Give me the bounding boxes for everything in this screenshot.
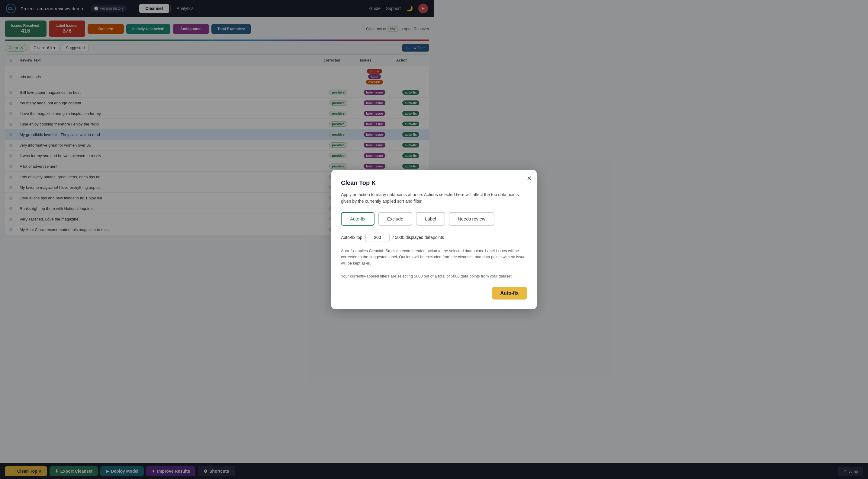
modal-label-btn[interactable]: Label [416, 212, 434, 226]
modal-topk-row: Auto-fix top / 5000 displayed datapoints [341, 233, 434, 240]
modal-exclude-btn[interactable]: Exclude [378, 212, 412, 226]
modal-topk-suffix: / 5000 displayed datapoints [393, 235, 434, 240]
modal-topk-label: Auto-fix top [341, 235, 363, 240]
modal-action-buttons: Auto-fix Exclude Label Needs review [341, 212, 434, 226]
modal-overlay[interactable]: ✕ Clean Top K Apply an action to many da… [0, 0, 434, 240]
modal-title: Clean Top K [341, 179, 434, 186]
clean-top-k-modal: ✕ Clean Top K Apply an action to many da… [331, 170, 434, 240]
modal-description: Apply an action to many datapoints at on… [341, 191, 434, 205]
modal-topk-input[interactable] [366, 233, 390, 240]
modal-autofix-btn[interactable]: Auto-fix [341, 212, 374, 226]
